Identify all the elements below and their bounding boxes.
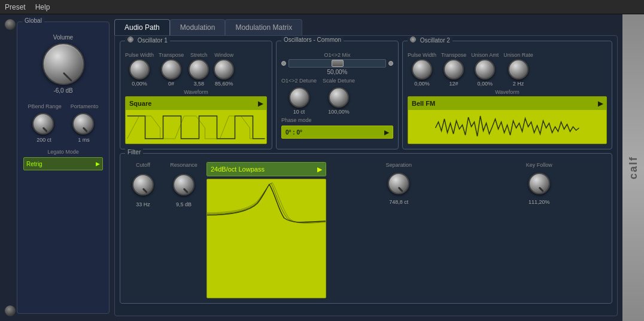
- mix-right-dot: [388, 61, 393, 66]
- osc1-waveform-display: Square ▶: [125, 96, 267, 144]
- legato-section: Legato Mode Retrig ▶: [21, 149, 105, 170]
- osc2-unison-amt: Unison Amt 0,00%: [471, 52, 499, 87]
- pbend-value: 200 ct: [37, 137, 51, 143]
- cutoff-value: 33 Hz: [136, 201, 150, 207]
- scale-detune-knob[interactable]: [329, 87, 349, 108]
- osc1-pulsewidth-knob[interactable]: [129, 59, 150, 80]
- osc1-window-knob[interactable]: [214, 59, 234, 80]
- osc2-title: Oscillator 2: [420, 37, 450, 44]
- phase-arrow: ▶: [384, 129, 389, 136]
- screw-bl: [5, 305, 16, 316]
- osc1-transpose-knob[interactable]: [161, 59, 181, 80]
- osc2-unison-rate-knob[interactable]: [508, 59, 528, 80]
- resonance-knob[interactable]: [173, 174, 195, 195]
- mix-left-dot: [281, 61, 286, 66]
- osc1-dot: [127, 36, 133, 42]
- menubar: Preset Help: [0, 0, 644, 14]
- osc1-waveform-label: Waveform: [125, 89, 267, 95]
- resonance-value: 9,5 dB: [176, 201, 192, 207]
- filter-type-value: 24dB/oct Lowpass: [211, 166, 265, 173]
- tab-modulation[interactable]: Modulation: [170, 19, 226, 35]
- osc1-title: Oscillator 1: [138, 37, 168, 44]
- volume-value: -6,0 dB: [53, 87, 72, 94]
- legato-select[interactable]: Retrig ▶: [23, 157, 103, 170]
- tabs: Audio Path Modulation Modulation Matrix: [114, 19, 618, 35]
- osc2-waveform-select[interactable]: Bell FM ▶: [408, 97, 606, 110]
- mix-thumb: [332, 60, 344, 67]
- separation-value: 748,8 ct: [389, 199, 408, 205]
- filter-separation: Separation 748,8 ct: [331, 162, 467, 298]
- phase-select[interactable]: 0° : 0° ▶: [281, 126, 393, 139]
- osc1-waveform-svg: [126, 110, 266, 144]
- pbend-label: PBend Range: [28, 103, 62, 109]
- osc2-waveform-label: Waveform: [408, 89, 607, 95]
- tab-audio-path[interactable]: Audio Path: [114, 19, 170, 35]
- filter-type-group: 24dB/oct Lowpass ▶: [206, 162, 326, 298]
- keyfollow-label: Key Follow: [526, 162, 552, 168]
- osc-common-title: Oscillators - Common: [284, 36, 341, 43]
- cutoff-label: Cutoff: [136, 162, 150, 168]
- keyfollow-knob[interactable]: [528, 173, 550, 194]
- separation-knob[interactable]: [388, 173, 409, 194]
- content-area: Oscillator 1 Pulse Width 0,00% Transpose…: [114, 35, 618, 316]
- detune-knob[interactable]: [289, 87, 309, 108]
- screw-tl: [5, 19, 16, 30]
- oscillators-row: Oscillator 1 Pulse Width 0,00% Transpose…: [120, 41, 612, 149]
- tab-modulation-matrix[interactable]: Modulation Matrix: [225, 19, 302, 35]
- osc2-pulsewidth: Pulse Width 0,00%: [408, 52, 436, 87]
- osc2-pulsewidth-knob[interactable]: [412, 59, 432, 80]
- osc2-unison-amt-knob[interactable]: [475, 59, 495, 80]
- filter-cutoff: Cutoff 33 Hz: [125, 162, 161, 298]
- osc1-transpose: Transpose 0#: [159, 52, 184, 87]
- osc-common-box: Oscillators - Common O1<>2 Mix 50,00%: [276, 41, 399, 149]
- right-panel: Audio Path Modulation Modulation Matrix …: [110, 14, 644, 321]
- legato-label: Legato Mode: [23, 149, 103, 155]
- volume-knob[interactable]: [42, 43, 84, 85]
- phase-value: 0° : 0°: [285, 129, 302, 136]
- filter-box: Filter Cutoff 33 Hz Resonance 9,5 dB: [120, 153, 612, 304]
- filter-type-select[interactable]: 24dB/oct Lowpass ▶: [206, 162, 326, 176]
- osc1-stretch: Stretch 3,58: [189, 52, 209, 87]
- resonance-label: Resonance: [170, 162, 198, 168]
- mix-value: 50,00%: [281, 69, 393, 75]
- filter-keyfollow: Key Follow 111,20%: [472, 162, 607, 298]
- menu-preset[interactable]: Preset: [5, 3, 26, 11]
- global-label: Global: [22, 17, 44, 24]
- osc-scale-detune: Scale Detune 100,00%: [323, 78, 355, 115]
- filter-graph: [206, 179, 326, 298]
- osc2-transpose-knob[interactable]: [443, 59, 464, 80]
- cutoff-knob[interactable]: [132, 174, 154, 195]
- volume-section: Volume -6,0 dB: [21, 34, 105, 94]
- oscillator-1-box: Oscillator 1 Pulse Width 0,00% Transpose…: [120, 41, 272, 149]
- menu-help[interactable]: Help: [35, 3, 50, 11]
- osc1-waveform-arrow: ▶: [258, 100, 263, 108]
- osc2-waveform-value: Bell FM: [412, 100, 435, 107]
- legato-value: Retrig: [26, 161, 42, 167]
- filter-graph-svg: [207, 179, 326, 227]
- svg-rect-0: [207, 179, 326, 227]
- legato-arrow: ▶: [96, 161, 100, 167]
- calf-logo: calf: [622, 14, 644, 321]
- phase-label: Phase mode: [281, 117, 393, 123]
- pbend-knob[interactable]: [32, 113, 54, 134]
- osc1-window: Window 85,60%: [214, 52, 234, 87]
- mix-slider[interactable]: [288, 59, 386, 68]
- portamento-value: 1 ms: [78, 137, 90, 143]
- osc1-stretch-knob[interactable]: [189, 59, 209, 80]
- separation-label: Separation: [385, 162, 412, 168]
- osc2-waveform-svg: [408, 110, 606, 144]
- portamento-knob[interactable]: [72, 113, 94, 134]
- osc1-waveform-select[interactable]: Square ▶: [126, 97, 266, 110]
- osc2-dot: [410, 36, 416, 42]
- filter-title: Filter: [127, 149, 141, 155]
- keyfollow-value: 111,20%: [528, 199, 550, 205]
- bend-port-section: PBend Range Portamento 200 ct 1 ms: [21, 103, 105, 143]
- oscillator-2-box: Oscillator 2 Pulse Width 0,00% Transpose…: [402, 41, 612, 149]
- filter-type-arrow: ▶: [317, 166, 322, 173]
- volume-label: Volume: [53, 34, 73, 41]
- osc2-waveform-arrow: ▶: [598, 100, 603, 108]
- global-panel: Global Volume -6,0 dB PBend Range Portam…: [17, 22, 110, 314]
- osc1-pulsewidth: Pulse Width 0,00%: [125, 52, 154, 87]
- main-container: Global Volume -6,0 dB PBend Range Portam…: [0, 14, 644, 321]
- osc2-waveform-display: Bell FM ▶: [408, 96, 607, 144]
